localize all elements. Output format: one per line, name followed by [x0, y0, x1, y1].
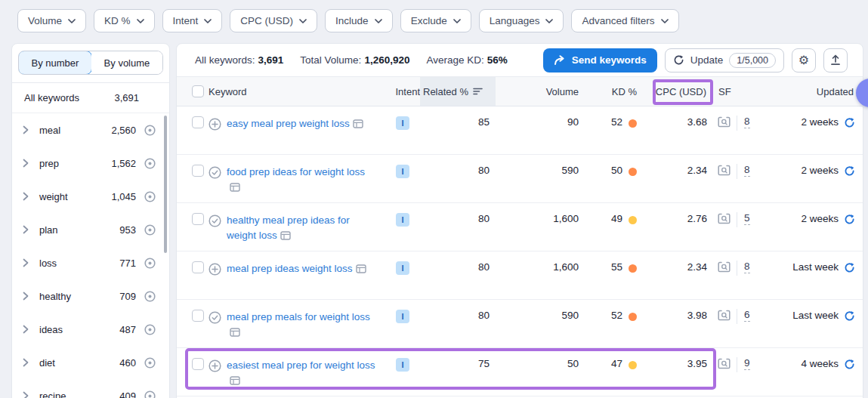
filter-chip-cpc-usd-[interactable]: CPC (USD) [230, 9, 317, 32]
added-keyword-icon[interactable] [209, 166, 221, 202]
filter-chip-volume[interactable]: Volume [17, 9, 86, 32]
serp-preview-icon[interactable] [718, 213, 731, 224]
refresh-icon[interactable] [844, 262, 855, 273]
sf-count[interactable]: 9 [744, 357, 750, 370]
eye-icon[interactable] [144, 356, 157, 369]
keyword-link[interactable]: easy meal prep weight loss [227, 118, 350, 129]
refresh-icon[interactable] [844, 165, 855, 177]
group-count: 409 [119, 390, 136, 398]
sidebar-item-weight[interactable]: weight1,045 [12, 180, 169, 213]
chevron-right-icon[interactable] [23, 225, 33, 234]
sidebar-item-diet[interactable]: diet460 [12, 346, 169, 379]
row-checkbox[interactable] [192, 165, 204, 177]
settings-button[interactable]: ⚙ [792, 48, 816, 73]
keyword-link[interactable]: meal prep meals for weight loss [227, 311, 370, 322]
sidebar-item-prep[interactable]: prep1,562 [12, 147, 169, 180]
chevron-down-icon [661, 19, 669, 23]
group-count: 1,562 [111, 158, 136, 169]
filter-chip-include[interactable]: Include [325, 9, 393, 32]
refresh-icon[interactable] [844, 310, 855, 322]
filter-chip-kd-[interactable]: KD % [94, 9, 155, 32]
keyword-link[interactable]: meal prep ideas weight loss [227, 263, 353, 274]
row-checkbox[interactable] [192, 116, 204, 128]
add-keyword-icon[interactable] [209, 263, 221, 299]
keyword-link[interactable]: food prep ideas for weight loss [227, 166, 365, 177]
col-sf[interactable]: SF [713, 77, 777, 106]
sidebar-item-meal[interactable]: meal2,560 [12, 113, 169, 147]
filter-chip-languages[interactable]: Languages [479, 9, 564, 32]
filter-bar: VolumeKD %IntentCPC (USD)IncludeExcludeL… [17, 9, 679, 32]
update-button[interactable]: Update 1/5,000 [665, 48, 784, 73]
sf-count[interactable]: 8 [744, 261, 750, 273]
chevron-right-icon[interactable] [23, 292, 33, 301]
eye-icon[interactable] [144, 157, 157, 170]
chevron-right-icon[interactable] [23, 192, 33, 201]
add-keyword-icon[interactable] [209, 359, 221, 396]
serp-preview-icon[interactable] [718, 165, 731, 176]
sf-count[interactable]: 8 [744, 116, 750, 128]
serp-preview-icon[interactable] [718, 310, 731, 321]
filter-chip-exclude[interactable]: Exclude [400, 9, 471, 32]
row-checkbox[interactable] [192, 310, 204, 322]
sf-count[interactable]: 5 [744, 212, 750, 225]
col-kd[interactable]: KD % [580, 77, 647, 106]
col-keyword[interactable]: Keyword [209, 77, 382, 106]
refresh-icon[interactable] [844, 214, 855, 225]
refresh-icon[interactable] [844, 359, 855, 370]
sf-count[interactable]: 8 [744, 164, 750, 177]
sidebar-item-ideas[interactable]: ideas487 [12, 313, 169, 346]
row-checkbox[interactable] [192, 358, 204, 370]
chevron-right-icon[interactable] [23, 391, 33, 398]
sidebar-item-recipe[interactable]: recipe409 [12, 379, 169, 398]
added-keyword-icon[interactable] [209, 311, 221, 347]
eye-icon[interactable] [144, 124, 157, 137]
eye-icon[interactable] [144, 257, 157, 270]
col-intent[interactable]: Intent [382, 77, 420, 106]
filter-chip-advanced-filters[interactable]: Advanced filters [571, 9, 678, 32]
serp-features-icon[interactable] [356, 263, 366, 278]
filter-chip-intent[interactable]: Intent [162, 9, 223, 32]
col-related[interactable]: Related % [420, 77, 496, 106]
export-button[interactable] [823, 48, 848, 73]
select-all-checkbox[interactable] [192, 85, 204, 97]
chevron-right-icon[interactable] [23, 159, 33, 168]
eye-icon[interactable] [144, 190, 157, 203]
sidebar-item-all-keywords[interactable]: All keywords 3,691 [12, 83, 169, 113]
col-volume[interactable]: Volume [496, 77, 580, 106]
serp-preview-icon[interactable] [718, 358, 731, 369]
eye-icon[interactable] [144, 290, 157, 303]
chevron-right-icon[interactable] [23, 358, 33, 367]
chevron-right-icon[interactable] [23, 125, 33, 134]
row-checkbox[interactable] [192, 213, 204, 225]
sidebar-item-loss[interactable]: loss771 [12, 246, 169, 279]
tab-by-number[interactable]: By number [18, 51, 92, 75]
group-sort-toggle: By number By volume [18, 51, 163, 75]
sidebar-scrollbar[interactable] [164, 116, 167, 253]
related-cell: 75 [420, 348, 496, 396]
keyword-link[interactable]: easiest meal prep for weight loss [227, 359, 375, 371]
eye-icon[interactable] [144, 323, 157, 336]
chevron-right-icon[interactable] [23, 325, 33, 334]
serp-features-icon[interactable] [230, 326, 240, 341]
col-cpc[interactable]: CPC (USD) [647, 77, 713, 106]
chevron-right-icon[interactable] [23, 258, 33, 267]
sidebar-item-plan[interactable]: plan953 [12, 213, 169, 246]
tab-by-volume[interactable]: By volume [91, 51, 162, 74]
serp-features-icon[interactable] [230, 375, 240, 390]
row-checkbox[interactable] [192, 261, 204, 273]
sidebar-item-healthy[interactable]: healthy709 [12, 279, 169, 313]
refresh-icon[interactable] [844, 117, 855, 128]
eye-icon[interactable] [144, 390, 157, 398]
serp-preview-icon[interactable] [718, 116, 731, 128]
added-keyword-icon[interactable] [209, 214, 221, 251]
table-row: meal prep ideas weight lossI801,600552.3… [177, 251, 863, 300]
sf-count[interactable]: 6 [744, 309, 750, 322]
serp-features-icon[interactable] [230, 181, 240, 196]
serp-preview-icon[interactable] [718, 261, 731, 273]
send-keywords-button[interactable]: Send keywords [543, 48, 657, 73]
serp-features-icon[interactable] [353, 118, 363, 133]
add-keyword-icon[interactable] [209, 118, 221, 154]
serp-features-icon[interactable] [280, 230, 291, 245]
eye-icon[interactable] [144, 224, 157, 236]
col-updated[interactable]: Updated [777, 77, 863, 106]
